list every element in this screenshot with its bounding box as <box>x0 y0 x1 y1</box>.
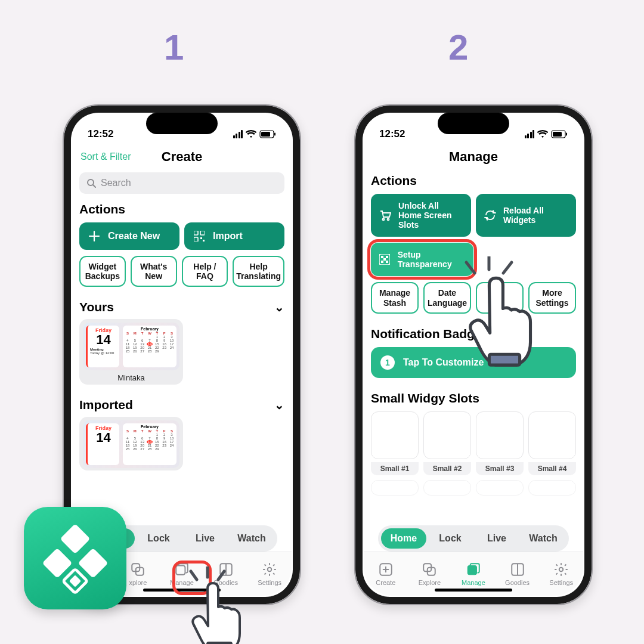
import-button[interactable]: Import <box>184 222 284 250</box>
widget-backups-button[interactable]: Widget Backups <box>79 256 126 287</box>
tap-to-customize-button[interactable]: 1 Tap To Customize <box>371 347 576 378</box>
tab-watch[interactable]: Watch <box>521 528 566 549</box>
battery-icon <box>551 130 568 138</box>
svg-rect-1 <box>261 132 270 137</box>
app-icon <box>24 507 126 609</box>
tab-home[interactable]: Home <box>381 528 426 549</box>
tab-watch[interactable]: Watch <box>229 528 274 549</box>
reload-icon <box>484 209 496 222</box>
svg-rect-36 <box>42 548 73 578</box>
svg-rect-8 <box>200 237 202 239</box>
checker-icon <box>379 253 391 266</box>
svg-rect-7 <box>194 237 198 242</box>
reload-widgets-button[interactable]: Reload All Widgets <box>476 194 576 237</box>
chevron-down-icon: ⌄ <box>274 398 284 412</box>
svg-rect-18 <box>553 132 562 137</box>
calendar-grid: February SMTWTFS123456789101112131415161… <box>123 326 177 367</box>
dynamic-island <box>438 113 509 134</box>
nav-settings[interactable]: Settings <box>247 552 292 596</box>
svg-point-21 <box>388 219 389 221</box>
tab-live[interactable]: Live <box>474 528 519 549</box>
slot-small-3[interactable]: Small #3 <box>476 411 524 475</box>
create-new-button[interactable]: Create New <box>79 222 179 250</box>
search-icon <box>86 178 96 188</box>
cellular-icon <box>525 130 535 138</box>
svg-rect-24 <box>386 256 388 258</box>
imported-section-toggle[interactable]: Imported ⌄ <box>79 398 284 412</box>
svg-point-20 <box>383 219 385 221</box>
page-title: Create <box>162 149 202 165</box>
section-notification-badge: Notification Badge <box>371 327 576 341</box>
phone-2: 12:52 Manage Actions Unlock All Home Scr… <box>354 104 593 605</box>
svg-rect-9 <box>203 240 205 242</box>
section-small-slots: Small Widgy Slots <box>371 391 576 405</box>
cart-icon <box>379 209 391 222</box>
step-number-1: 1 <box>164 27 184 68</box>
nav-create[interactable]: Create <box>364 552 408 596</box>
chevron-down-icon: ⌄ <box>274 300 284 314</box>
section-actions: Actions <box>371 174 576 188</box>
svg-point-34 <box>559 568 564 572</box>
more-settings-button[interactable]: More Settings <box>528 282 576 313</box>
yours-section-toggle[interactable]: Yours ⌄ <box>79 300 284 314</box>
svg-rect-2 <box>274 133 275 136</box>
nav-settings[interactable]: Settings <box>539 552 583 596</box>
slot-small-2[interactable]: Small #2 <box>423 411 471 475</box>
dynamic-island <box>146 113 218 134</box>
slot-small-1[interactable]: Small #1 <box>371 411 419 475</box>
search-placeholder: Search <box>101 178 131 188</box>
svg-line-4 <box>93 185 95 187</box>
tab-live[interactable]: Live <box>182 528 228 549</box>
manage-stash-button[interactable]: Manage Stash <box>371 282 419 313</box>
hidden-pill-button[interactable] <box>476 282 524 313</box>
svg-rect-13 <box>176 566 185 575</box>
search-input[interactable]: Search <box>79 172 284 194</box>
svg-rect-23 <box>381 256 383 258</box>
step-number-2: 2 <box>448 27 468 68</box>
svg-rect-27 <box>386 261 388 263</box>
svg-rect-26 <box>381 261 383 263</box>
status-time: 12:52 <box>379 128 405 140</box>
sort-filter-link[interactable]: Sort & Filter <box>80 151 131 162</box>
home-indicator[interactable] <box>143 589 221 592</box>
date-language-button[interactable]: Date Language <box>423 282 471 313</box>
svg-rect-25 <box>383 258 386 261</box>
widget-card-mintaka[interactable]: Friday 14 MeetingToday @ 12:00 February … <box>79 319 183 385</box>
wifi-icon <box>246 130 256 138</box>
svg-rect-6 <box>200 231 205 235</box>
unlock-slots-button[interactable]: Unlock All Home Screen Slots <box>371 194 471 237</box>
tab-lock[interactable]: Lock <box>428 528 473 549</box>
svg-point-16 <box>268 568 272 572</box>
svg-rect-19 <box>566 133 567 136</box>
wifi-icon <box>537 130 548 138</box>
battery-icon <box>259 130 276 138</box>
section-actions: Actions <box>79 202 284 216</box>
svg-rect-31 <box>467 566 476 575</box>
badge-number: 1 <box>380 355 395 370</box>
page-title: Manage <box>449 149 498 165</box>
svg-rect-37 <box>78 548 109 578</box>
qr-icon <box>193 230 206 243</box>
tab-lock[interactable]: Lock <box>136 528 181 549</box>
svg-rect-39 <box>69 575 81 587</box>
help-faq-button[interactable]: Help / FAQ <box>182 256 228 287</box>
help-translating-button[interactable]: Help Translating <box>233 256 284 287</box>
slot-small-4[interactable]: Small #4 <box>528 411 576 475</box>
filter-tabs: Home Lock Live Watch <box>378 525 569 552</box>
svg-rect-5 <box>194 231 198 235</box>
cellular-icon <box>233 130 243 138</box>
svg-rect-35 <box>60 524 91 554</box>
setup-transparency-button[interactable]: Setup Transparency <box>371 243 473 276</box>
calendar-grid: February SMTWTFS123456789101112131415161… <box>123 423 177 465</box>
home-indicator[interactable] <box>435 589 512 592</box>
widget-card-imported[interactable]: Friday 14 February SMTWTFS12345678910111… <box>79 417 183 470</box>
whats-new-button[interactable]: What's New <box>131 256 177 287</box>
plus-icon <box>88 230 101 243</box>
status-time: 12:52 <box>88 128 113 140</box>
